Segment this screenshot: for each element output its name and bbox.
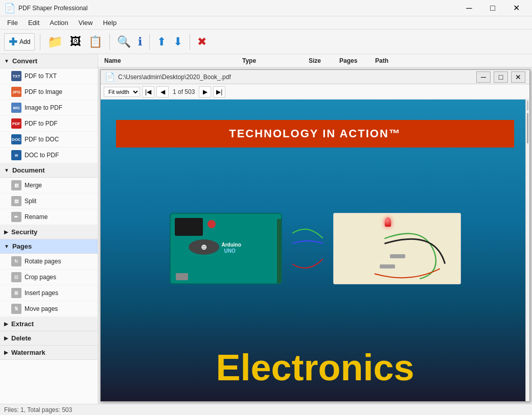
- doc-to-pdf-label: DOC to PDF: [25, 152, 59, 159]
- pdf-path: C:\Users\admin\Desktop\2020_Book_.pdf: [118, 74, 473, 81]
- status-text: Files: 1, Total pages: 503: [4, 406, 72, 413]
- pdf-close-button[interactable]: ✕: [511, 71, 525, 83]
- copy-button[interactable]: 📋: [86, 33, 104, 51]
- sidebar-item-pdf-to-doc[interactable]: DOC PDF to DOC: [0, 132, 98, 148]
- sidebar-item-pdf-to-txt[interactable]: TXT PDF to TXT: [0, 68, 98, 84]
- pdf-viewer-window: 📄 C:\Users\admin\Desktop\2020_Book_.pdf …: [100, 69, 530, 402]
- search-icon: 🔍: [117, 35, 131, 48]
- col-path: Path: [371, 57, 392, 64]
- image-to-pdf-label: Image to PDF: [25, 104, 62, 111]
- delete-button[interactable]: ✖: [195, 33, 209, 51]
- merge-icon: ▥: [11, 180, 21, 190]
- sidebar-item-rename[interactable]: ✏ Rename: [0, 209, 98, 225]
- toolbar-separator-4: [190, 34, 190, 50]
- move-pages-icon: ⇅: [11, 304, 21, 314]
- col-pages: Pages: [335, 57, 371, 64]
- info-icon: ℹ: [138, 35, 142, 48]
- rename-label: Rename: [25, 213, 48, 221]
- crop-pages-icon: ⊡: [11, 272, 21, 282]
- first-page-button[interactable]: |◀: [142, 86, 154, 97]
- sidebar-item-rotate-pages[interactable]: ↻ Rotate pages: [0, 254, 98, 270]
- image-button[interactable]: 🖼: [68, 33, 83, 51]
- app-title: PDF Shaper Professional: [18, 5, 457, 12]
- app-icon: 📄: [4, 3, 15, 14]
- pdf-to-image-label: PDF to Image: [25, 88, 62, 95]
- sidebar-item-doc-to-pdf[interactable]: W DOC to PDF: [0, 148, 98, 163]
- sidebar-item-crop-pages[interactable]: ⊡ Crop pages: [0, 270, 98, 285]
- sidebar-item-pdf-to-pdf[interactable]: PDF PDF to PDF: [0, 116, 98, 132]
- menu-file[interactable]: File: [2, 17, 23, 28]
- pdf-scrollbar[interactable]: [525, 100, 529, 401]
- insert-pages-label: Insert pages: [25, 289, 58, 297]
- extract-section-header[interactable]: ▶ Extract: [0, 317, 98, 331]
- info-button[interactable]: ℹ: [136, 33, 144, 51]
- sidebar-item-insert-pages[interactable]: ⊞ Insert pages: [0, 285, 98, 301]
- chevron-right-icon-ext: ▶: [4, 321, 8, 327]
- image-icon: 🖼: [70, 35, 81, 48]
- rotate-pages-icon: ↻: [11, 256, 21, 266]
- circuit-area: ⊕ Arduino UNO: [101, 158, 529, 339]
- col-size: Size: [305, 57, 335, 64]
- document-label: Document: [12, 166, 45, 174]
- window-controls: ─ □ ✕: [457, 0, 528, 16]
- maximize-button[interactable]: □: [481, 0, 504, 16]
- pdf-to-pdf-icon: PDF: [11, 118, 21, 129]
- convert-label: Convert: [12, 57, 37, 65]
- sidebar-item-move-pages[interactable]: ⇅ Move pages: [0, 301, 98, 317]
- fit-selector[interactable]: Fit width Fit page 50% 75% 100% 150%: [104, 87, 140, 97]
- crop-pages-label: Crop pages: [25, 274, 56, 281]
- watermark-section-header[interactable]: ▶ Watermark: [0, 346, 98, 360]
- convert-section-header[interactable]: ▼ Convert: [0, 54, 98, 68]
- sidebar-item-pdf-to-image[interactable]: JPG PDF to Image: [0, 84, 98, 100]
- image-to-pdf-icon: IMG: [11, 103, 21, 113]
- move-up-button[interactable]: ⬆: [155, 33, 168, 51]
- split-icon: ▤: [11, 196, 21, 206]
- chevron-down-icon-pages: ▼: [4, 243, 9, 249]
- toolbar-separator-3: [149, 34, 150, 50]
- menubar: File Edit Action View Help: [0, 16, 532, 30]
- pdf-maximize-button[interactable]: □: [494, 71, 508, 83]
- pdf-navigation-toolbar: Fit width Fit page 50% 75% 100% 150% |◀ …: [101, 84, 529, 100]
- security-section-header[interactable]: ▶ Security: [0, 225, 98, 239]
- delete-section-header[interactable]: ▶ Delete: [0, 331, 98, 346]
- chevron-right-icon-wm: ▶: [4, 350, 8, 355]
- rename-icon: ✏: [11, 212, 21, 222]
- filelist-header: Name Type Size Pages Path: [98, 54, 532, 67]
- watermark-label: Watermark: [11, 349, 45, 356]
- prev-page-button[interactable]: ◀: [156, 86, 169, 97]
- move-down-button[interactable]: ⬇: [171, 33, 184, 51]
- toolbar: ✚ Add 📁 🖼 📋 🔍 ℹ ⬆ ⬇ ✖: [0, 30, 532, 54]
- delete-label: Delete: [11, 334, 31, 342]
- menu-help[interactable]: Help: [98, 17, 122, 28]
- sidebar-item-split[interactable]: ▤ Split: [0, 193, 98, 209]
- folder-icon: 📁: [48, 35, 63, 49]
- sidebar-item-image-to-pdf[interactable]: IMG Image to PDF: [0, 100, 98, 116]
- down-arrow-icon: ⬇: [173, 35, 182, 48]
- pdf-to-pdf-label: PDF to PDF: [25, 120, 58, 127]
- sidebar-item-merge[interactable]: ▥ Merge: [0, 178, 98, 193]
- menu-action[interactable]: Action: [44, 17, 73, 28]
- menu-view[interactable]: View: [74, 17, 98, 28]
- pdf-minimize-button[interactable]: ─: [476, 71, 491, 83]
- search-button[interactable]: 🔍: [115, 33, 133, 51]
- move-pages-label: Move pages: [25, 305, 58, 312]
- rotate-pages-label: Rotate pages: [25, 258, 61, 265]
- next-page-button[interactable]: ▶: [199, 86, 211, 97]
- add-button[interactable]: ✚ Add: [4, 33, 35, 51]
- add-icon: ✚: [9, 36, 17, 48]
- content-area: Name Type Size Pages Path 📄 C:\Users\adm…: [98, 54, 532, 404]
- main-area: ▼ Convert TXT PDF to TXT JPG PDF to Imag…: [0, 54, 532, 404]
- pages-section-header[interactable]: ▼ Pages: [0, 239, 98, 254]
- merge-label: Merge: [25, 182, 42, 189]
- titlebar: 📄 PDF Shaper Professional ─ □ ✕: [0, 0, 532, 16]
- open-folder-button[interactable]: 📁: [45, 33, 65, 51]
- menu-edit[interactable]: Edit: [23, 17, 44, 28]
- arduino-board: ⊕ Arduino UNO: [170, 213, 282, 284]
- cover-title: Electronics: [101, 339, 529, 401]
- pdf-viewer-titlebar: 📄 C:\Users\admin\Desktop\2020_Book_.pdf …: [101, 70, 529, 84]
- document-section-header[interactable]: ▼ Document: [0, 163, 98, 178]
- copy-icon: 📋: [88, 35, 102, 48]
- close-button[interactable]: ✕: [504, 0, 528, 16]
- last-page-button[interactable]: ▶|: [213, 86, 225, 97]
- minimize-button[interactable]: ─: [457, 0, 481, 16]
